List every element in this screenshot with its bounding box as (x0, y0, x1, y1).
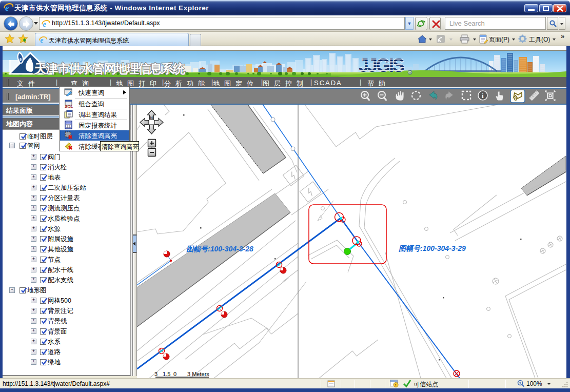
svg-text:N: N (150, 115, 153, 120)
svg-text:3 Meters: 3 Meters (187, 371, 209, 377)
svg-text:0: 0 (173, 371, 176, 377)
svg-text:1.5: 1.5 (163, 371, 170, 377)
svg-text:图幅号:100-304-3-28: 图幅号:100-304-3-28 (186, 245, 253, 253)
svg-text:3: 3 (154, 371, 158, 377)
svg-text:天津市供水管网地理信息系统: 天津市供水管网地理信息系统 (34, 62, 185, 75)
svg-text:!: ! (395, 383, 397, 387)
svg-text:JJGIS: JJGIS (359, 55, 404, 76)
svg-text:图幅号:100-304-3-29: 图幅号:100-304-3-29 (399, 244, 466, 252)
svg-text:i: i (482, 92, 484, 100)
svg-text:SQL: SQL (65, 104, 73, 108)
svg-text:R: R (409, 71, 411, 74)
